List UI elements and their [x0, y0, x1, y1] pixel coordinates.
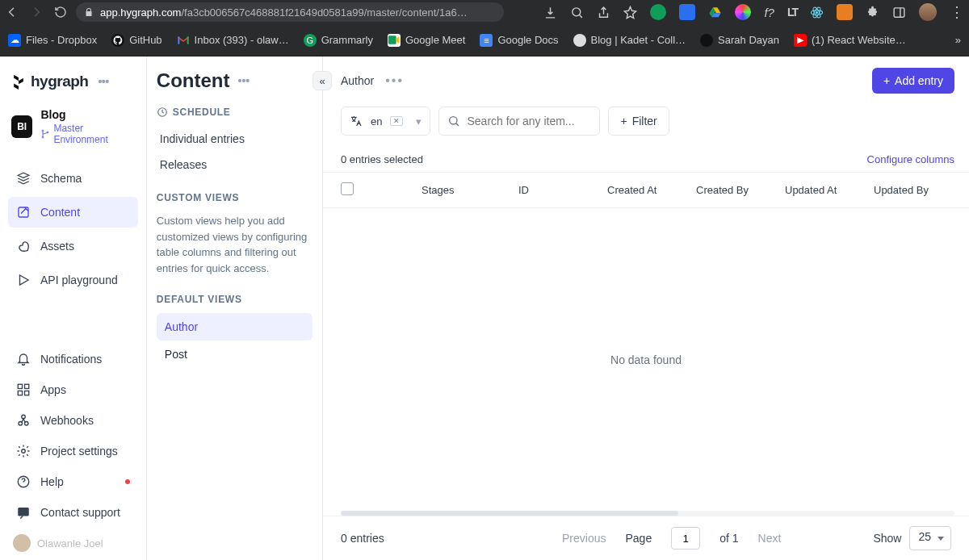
- filter-button[interactable]: + Filter: [608, 107, 669, 136]
- breadcrumb-current[interactable]: Author: [341, 74, 374, 87]
- browser-reload-icon[interactable]: [53, 5, 68, 19]
- project-env: Master Environment: [40, 123, 134, 145]
- nav-help[interactable]: Help: [8, 466, 138, 497]
- assets-icon: [16, 239, 31, 253]
- share-icon[interactable]: [597, 6, 610, 19]
- content-panel: « Content ••• SCHEDULE Individual entrie…: [147, 56, 323, 560]
- next-page-button[interactable]: Next: [758, 532, 782, 545]
- locale-remove-icon[interactable]: ✕: [390, 116, 403, 126]
- col-updated-by[interactable]: Updated By: [874, 181, 954, 199]
- nav-content[interactable]: Content: [8, 197, 138, 228]
- nav-notifications[interactable]: Notifications: [8, 344, 138, 374]
- bookmark-sarah[interactable]: Sarah Dayan: [700, 34, 779, 47]
- bookmark-react[interactable]: ▶(1) React Website…: [794, 34, 906, 47]
- extension-orange-icon[interactable]: [837, 4, 853, 20]
- extensions-icon[interactable]: [866, 6, 879, 19]
- bookmark-meet[interactable]: Google Meet: [388, 34, 465, 47]
- nav-assets[interactable]: Assets: [8, 231, 138, 261]
- project-name: Blog: [40, 108, 134, 121]
- browser-back-icon[interactable]: [5, 5, 19, 19]
- default-views-header: DEFAULT VIEWS: [157, 294, 313, 305]
- extension-react-icon[interactable]: [810, 6, 824, 19]
- extension-lt-icon[interactable]: LT: [787, 6, 797, 19]
- nav-contact-support[interactable]: Contact support: [8, 497, 138, 528]
- configure-columns-link[interactable]: Configure columns: [867, 153, 954, 165]
- search-box[interactable]: [438, 107, 600, 136]
- svg-point-7: [42, 130, 44, 132]
- col-created-by[interactable]: Created By: [696, 181, 785, 199]
- custom-views-header: CUSTOM VIEWS: [157, 192, 313, 203]
- add-entry-button[interactable]: + Add entry: [872, 68, 954, 94]
- svg-point-18: [22, 449, 26, 453]
- nav-project-settings[interactable]: Project settings: [8, 436, 138, 466]
- star-icon[interactable]: [623, 6, 637, 19]
- nav-apps[interactable]: Apps: [8, 374, 138, 405]
- prev-page-button[interactable]: Previous: [562, 532, 606, 545]
- svg-point-22: [450, 117, 457, 124]
- lock-icon: [84, 6, 94, 18]
- table-header: Stages ID Created At Created By Updated …: [323, 172, 969, 208]
- bookmark-docs[interactable]: ≡Google Docs: [480, 34, 558, 47]
- selected-count: 0 entries selected: [341, 153, 423, 165]
- breadcrumb-menu-icon[interactable]: •••: [385, 73, 404, 88]
- chevron-down-icon: ▾: [416, 115, 422, 127]
- extension-font-icon[interactable]: f?: [764, 6, 774, 19]
- horizontal-scrollbar[interactable]: [341, 511, 954, 516]
- svg-point-8: [42, 136, 44, 138]
- download-icon[interactable]: [543, 6, 557, 19]
- view-author[interactable]: Author: [157, 313, 313, 341]
- clock-icon: [157, 107, 168, 118]
- browser-menu-icon[interactable]: ⋮: [950, 3, 964, 21]
- col-stages[interactable]: Stages: [422, 181, 518, 199]
- project-badge: Bl: [11, 115, 32, 138]
- svg-point-0: [573, 7, 581, 15]
- bookmark-grammarly[interactable]: GGrammarly: [304, 34, 373, 47]
- page-of-label: of 1: [719, 532, 738, 545]
- view-post[interactable]: Post: [157, 341, 313, 368]
- individual-entries-link[interactable]: Individual entries: [157, 126, 313, 152]
- schedule-header: SCHEDULE: [157, 107, 313, 118]
- locale-selector[interactable]: en ✕ ▾: [341, 107, 430, 136]
- page-label: Page: [626, 532, 652, 545]
- brand-menu-icon[interactable]: •••: [98, 75, 108, 88]
- search-input[interactable]: [467, 115, 591, 127]
- search-icon[interactable]: [570, 6, 584, 19]
- bookmark-gmail[interactable]: Inbox (393) - olaw…: [177, 34, 289, 47]
- address-bar[interactable]: app.hygraph.com/fa3cb006567c468881f21649…: [76, 2, 504, 22]
- nav-api-playground[interactable]: API playground: [8, 265, 138, 295]
- project-selector[interactable]: Bl Blog Master Environment: [8, 107, 138, 158]
- brand-logo[interactable]: hygraph •••: [8, 68, 138, 102]
- page-size-select[interactable]: 25: [909, 526, 951, 550]
- table-footer: 0 entries Previous Page of 1 Next Show 2…: [323, 516, 969, 560]
- col-id[interactable]: ID: [518, 181, 607, 199]
- panel-title: Content •••: [157, 69, 313, 92]
- extension-grammarly-icon[interactable]: [650, 4, 666, 20]
- page-input[interactable]: [671, 527, 700, 550]
- extension-drive-icon[interactable]: [708, 6, 722, 19]
- bookmark-kadet[interactable]: Blog | Kadet - Coll…: [573, 34, 686, 47]
- bookmark-dropbox[interactable]: ☁Files - Dropbox: [8, 34, 97, 47]
- nav-webhooks[interactable]: Webhooks: [8, 405, 138, 436]
- extension-color-icon[interactable]: [735, 4, 751, 20]
- bookmark-github[interactable]: GitHub: [111, 34, 162, 47]
- select-all-checkbox[interactable]: [341, 182, 354, 195]
- profile-avatar[interactable]: [919, 3, 937, 21]
- svg-rect-12: [25, 384, 29, 388]
- browser-forward-icon[interactable]: [29, 5, 44, 19]
- col-created-at[interactable]: Created At: [607, 181, 696, 199]
- show-label: Show: [873, 532, 901, 545]
- sidebar-user[interactable]: Olawanle Joel: [8, 528, 138, 552]
- collapse-panel-button[interactable]: «: [313, 71, 332, 90]
- panel-menu-icon[interactable]: •••: [237, 74, 250, 87]
- col-updated-at[interactable]: Updated At: [785, 181, 874, 199]
- branch-icon: [40, 129, 50, 139]
- entries-count: 0 entries: [341, 532, 470, 545]
- nav-schema[interactable]: Schema: [8, 163, 138, 194]
- webhook-icon: [16, 413, 31, 428]
- releases-link[interactable]: Releases: [157, 152, 313, 178]
- svg-point-4: [816, 11, 817, 13]
- bookmarks-overflow-icon[interactable]: »: [955, 34, 961, 46]
- side-panel-icon[interactable]: [892, 6, 906, 19]
- play-icon: [16, 273, 31, 287]
- extension-zoom-icon[interactable]: [679, 4, 695, 20]
